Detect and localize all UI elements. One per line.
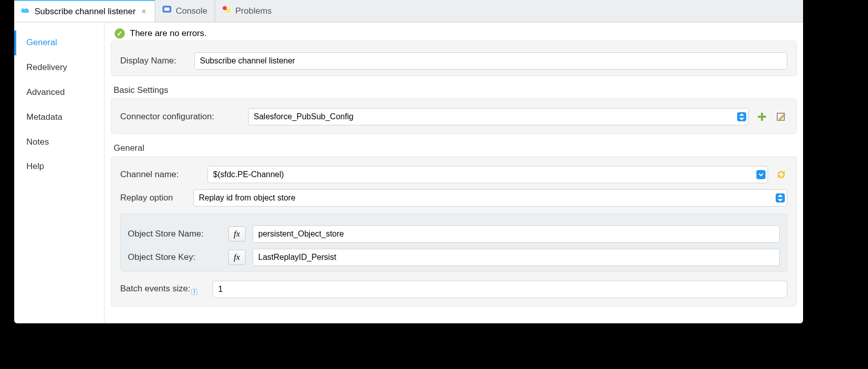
chevron-down-icon [756,170,766,179]
basic-settings-heading: Basic Settings [114,85,797,95]
cloud-icon [21,7,30,17]
problems-icon [222,6,231,16]
editor-window: Subscribe channel listener × Console Pro… [14,0,803,323]
console-icon [162,6,171,16]
tab-bar: Subscribe channel listener × Console Pro… [14,0,803,22]
channel-name-select[interactable]: $(sfdc.PE-Channel) [207,166,768,183]
select-updown-icon [737,112,746,121]
status-text: There are no errors. [130,28,206,39]
tab-console-label: Console [176,6,207,16]
batch-size-label: Batch events size:i [120,284,205,295]
info-icon[interactable]: i [191,289,197,295]
tab-problems-label: Problems [235,6,272,16]
sidebar-item-metadata[interactable]: Metadata [14,105,101,130]
object-store-key-label: Object Store Key: [128,252,221,262]
sidebar-item-advanced[interactable]: Advanced [14,80,101,105]
object-store-group: Object Store Name: fx Object Store Key: … [120,214,787,272]
add-config-button[interactable] [756,111,768,123]
connector-config-value: Salesforce_PubSub_Config [254,112,354,121]
replay-option-value: Replay id from object store [199,193,295,203]
sidebar-item-notes[interactable]: Notes [14,130,101,155]
tab-listener[interactable]: Subscribe channel listener × [14,0,155,22]
fx-button[interactable]: fx [228,226,246,242]
sidebar: General Redelivery Advanced Metadata Not… [14,22,105,323]
content-panel: ✓ There are no errors. Display Name: Bas… [105,22,803,323]
fx-button[interactable]: fx [228,250,246,265]
replay-option-select[interactable]: Replay id from object store [193,189,787,207]
object-store-name-label: Object Store Name: [128,229,221,239]
tab-listener-label: Subscribe channel listener [34,7,135,17]
display-name-input[interactable] [194,52,787,70]
tab-problems[interactable]: Problems [215,0,279,22]
status-line: ✓ There are no errors. [115,28,797,39]
sidebar-item-redelivery[interactable]: Redelivery [14,55,101,80]
general-heading: General [114,143,797,153]
object-store-key-input[interactable] [253,249,780,266]
batch-size-input[interactable] [213,281,787,298]
channel-name-value: $(sfdc.PE-Channel) [213,170,284,179]
edit-config-button[interactable] [775,111,787,123]
object-store-name-input[interactable] [253,225,780,243]
select-updown-icon [776,193,785,203]
connector-config-select[interactable]: Salesforce_PubSub_Config [248,108,749,125]
sidebar-item-general[interactable]: General [14,30,101,55]
svg-rect-1 [164,8,169,11]
sidebar-item-help[interactable]: Help [14,154,101,179]
connector-config-label: Connector configuration: [120,112,241,122]
close-icon[interactable]: × [140,7,148,16]
channel-name-label: Channel name: [120,170,200,180]
checkmark-icon: ✓ [115,28,125,39]
tab-console[interactable]: Console [155,0,215,22]
svg-point-2 [223,6,227,10]
svg-rect-5 [758,116,766,118]
refresh-channel-button[interactable] [775,169,787,181]
display-name-label: Display Name: [120,56,187,66]
replay-option-label: Replay option [120,193,186,203]
svg-point-3 [226,9,230,13]
